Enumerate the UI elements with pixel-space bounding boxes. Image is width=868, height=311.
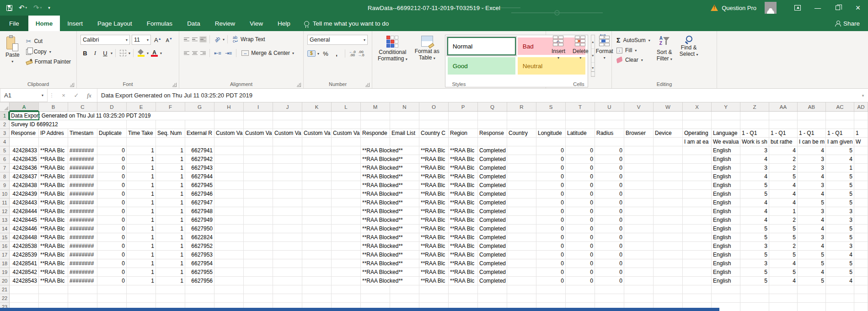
cell[interactable]: I can be m (798, 138, 826, 146)
cell[interactable]: Completed (478, 181, 507, 190)
row-number-21[interactable]: 21 (0, 285, 10, 294)
cell[interactable] (244, 155, 273, 164)
column-header-W[interactable]: W (654, 102, 683, 111)
cell[interactable] (244, 181, 273, 190)
cell[interactable]: **RAA Blc (39, 251, 68, 259)
cell[interactable]: **RAA Blc (449, 164, 478, 172)
cell[interactable]: 0 (595, 268, 624, 277)
cell[interactable] (507, 216, 536, 225)
cell[interactable]: 1 (127, 146, 156, 155)
cell[interactable] (273, 155, 302, 164)
accounting-format-icon[interactable]: $ (307, 50, 316, 57)
cell[interactable]: 1 (127, 190, 156, 198)
cell[interactable] (273, 268, 302, 277)
cell[interactable]: ######## (68, 268, 97, 277)
delete-cells-button[interactable]: × Delete▾ (569, 34, 592, 88)
cell[interactable] (624, 207, 654, 216)
cell[interactable] (214, 112, 244, 120)
cell[interactable] (854, 207, 868, 216)
cell[interactable] (624, 251, 654, 259)
cell[interactable]: 0 (97, 146, 127, 155)
cell[interactable] (302, 294, 332, 303)
cell[interactable]: **RAA Blocked** (361, 251, 419, 259)
cell[interactable]: 0 (595, 233, 624, 242)
cell[interactable]: 4 (769, 198, 798, 207)
cell[interactable] (332, 146, 361, 155)
cell[interactable]: 4 (798, 242, 826, 251)
cell[interactable]: 42428435 (10, 155, 39, 164)
cell[interactable] (273, 259, 302, 268)
cell[interactable] (332, 268, 361, 277)
cell[interactable]: 2 (769, 155, 798, 164)
row-number-16[interactable]: 16 (0, 242, 10, 251)
cell[interactable]: English (712, 225, 740, 233)
cell[interactable] (507, 277, 536, 285)
cell[interactable]: 3 (740, 259, 769, 268)
cell[interactable]: 42428444 (10, 207, 39, 216)
cell[interactable] (302, 233, 332, 242)
cell[interactable]: **RAA Blc (419, 268, 449, 277)
cell[interactable]: 0 (97, 251, 127, 259)
cell[interactable] (273, 251, 302, 259)
tab-help[interactable]: Help (270, 16, 298, 31)
cell[interactable]: **RAA Blc (449, 277, 478, 285)
cell[interactable]: 0 (536, 216, 566, 225)
cell[interactable] (536, 294, 566, 303)
cell[interactable]: **RAA Blocked** (361, 190, 419, 198)
cell[interactable]: **RAA Blc (39, 242, 68, 251)
cell[interactable]: I am at ea (683, 138, 712, 146)
decrease-font-size-button[interactable]: A▼ (165, 37, 174, 43)
cell[interactable]: 5 (740, 225, 769, 233)
cell[interactable] (654, 294, 683, 303)
cell[interactable]: 1 (127, 251, 156, 259)
cell[interactable]: 0 (536, 277, 566, 285)
cell[interactable] (654, 233, 683, 242)
cell[interactable] (244, 268, 273, 277)
cell[interactable] (566, 294, 595, 303)
cell[interactable]: 42428436 (10, 164, 39, 172)
cell[interactable] (624, 285, 654, 294)
cell[interactable] (854, 198, 868, 207)
row-number-10[interactable]: 10 (0, 190, 10, 198)
cell[interactable]: English (712, 181, 740, 190)
cell[interactable] (740, 303, 769, 311)
cell[interactable] (273, 225, 302, 233)
row-number-2[interactable]: 2 (0, 120, 10, 129)
cell[interactable] (624, 277, 654, 285)
cell[interactable] (302, 285, 332, 294)
cell[interactable] (769, 285, 798, 294)
cell[interactable] (683, 233, 712, 242)
cell[interactable] (214, 207, 244, 216)
cell[interactable] (712, 112, 740, 120)
cell[interactable] (683, 207, 712, 216)
cell[interactable] (654, 112, 683, 120)
cell[interactable] (273, 138, 302, 146)
cell[interactable] (507, 112, 536, 120)
column-header-Y[interactable]: Y (712, 102, 740, 111)
row-number-13[interactable]: 13 (0, 216, 10, 225)
cell[interactable]: 6627944 (185, 172, 214, 181)
cell[interactable]: English (712, 146, 740, 155)
cell[interactable] (361, 294, 390, 303)
cell[interactable]: Completed (478, 268, 507, 277)
cell[interactable]: 4 (798, 146, 826, 155)
column-header-I[interactable]: I (244, 102, 273, 111)
cell[interactable]: Completed (478, 225, 507, 233)
align-right-button[interactable] (199, 50, 207, 56)
cell[interactable]: Completed (478, 198, 507, 207)
cell[interactable]: **RAA Blc (419, 216, 449, 225)
cell[interactable] (654, 259, 683, 268)
tell-me-box[interactable]: Tell me what you want to do (298, 16, 396, 31)
cell[interactable]: 5 (826, 233, 854, 242)
column-header-AA[interactable]: AA (769, 102, 798, 111)
column-header-F[interactable]: F (156, 102, 185, 111)
cell[interactable] (712, 294, 740, 303)
cell[interactable]: Custom Va (302, 129, 332, 138)
row-number-18[interactable]: 18 (0, 259, 10, 268)
cell[interactable]: **RAA Blc (419, 198, 449, 207)
cell[interactable] (798, 294, 826, 303)
cell[interactable]: 6627955 (185, 268, 214, 277)
cell[interactable]: 3 (740, 146, 769, 155)
cell[interactable] (97, 294, 127, 303)
row-number-5[interactable]: 5 (0, 146, 10, 155)
